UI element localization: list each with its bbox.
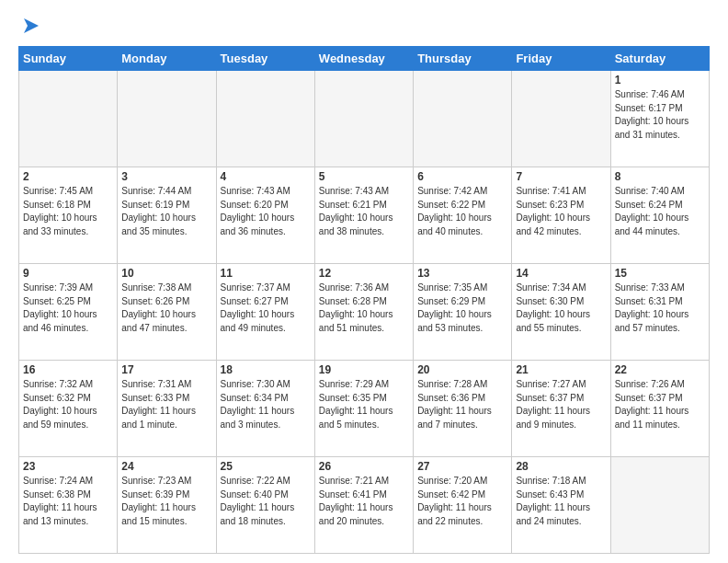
day-number: 10 — [121, 267, 211, 280]
day-number: 1 — [615, 74, 705, 86]
calendar-cell: 7Sunrise: 7:41 AM Sunset: 6:23 PM Daylig… — [512, 167, 610, 264]
day-info: Sunrise: 7:32 AM Sunset: 6:32 PM Dayligh… — [23, 378, 113, 431]
calendar-cell: 8Sunrise: 7:40 AM Sunset: 6:24 PM Daylig… — [610, 167, 709, 264]
day-info: Sunrise: 7:44 AM Sunset: 6:19 PM Dayligh… — [121, 185, 211, 238]
day-number: 18 — [221, 363, 311, 376]
day-info: Sunrise: 7:23 AM Sunset: 6:39 PM Dayligh… — [121, 475, 211, 528]
calendar-cell — [216, 71, 314, 167]
calendar-cell: 6Sunrise: 7:42 AM Sunset: 6:22 PM Daylig… — [414, 167, 512, 264]
day-info: Sunrise: 7:30 AM Sunset: 6:34 PM Dayligh… — [221, 378, 311, 431]
weekday-header-wednesday: Wednesday — [314, 47, 413, 71]
day-number: 2 — [23, 170, 113, 183]
weekday-header-thursday: Thursday — [414, 47, 512, 71]
day-number: 8 — [615, 170, 705, 183]
calendar-cell: 17Sunrise: 7:31 AM Sunset: 6:33 PM Dayli… — [118, 361, 216, 457]
day-number: 20 — [417, 363, 507, 376]
day-number: 5 — [319, 170, 409, 183]
svg-marker-0 — [24, 18, 39, 33]
day-number: 19 — [319, 363, 409, 376]
day-info: Sunrise: 7:22 AM Sunset: 6:40 PM Dayligh… — [221, 475, 311, 528]
logo — [18, 15, 42, 37]
day-number: 28 — [516, 460, 606, 473]
day-info: Sunrise: 7:27 AM Sunset: 6:37 PM Dayligh… — [516, 378, 606, 431]
calendar-cell: 25Sunrise: 7:22 AM Sunset: 6:40 PM Dayli… — [216, 457, 314, 554]
header — [18, 15, 710, 37]
day-number: 13 — [417, 267, 507, 280]
day-number: 9 — [23, 267, 113, 280]
day-number: 16 — [23, 363, 113, 376]
day-info: Sunrise: 7:28 AM Sunset: 6:36 PM Dayligh… — [417, 378, 507, 431]
day-number: 12 — [319, 267, 409, 280]
weekday-header-saturday: Saturday — [610, 47, 709, 71]
day-number: 27 — [417, 460, 507, 473]
day-number: 23 — [23, 460, 113, 473]
calendar-cell: 20Sunrise: 7:28 AM Sunset: 6:36 PM Dayli… — [414, 361, 512, 457]
day-number: 14 — [516, 267, 606, 280]
weekday-header-monday: Monday — [118, 47, 216, 71]
day-info: Sunrise: 7:29 AM Sunset: 6:35 PM Dayligh… — [319, 378, 409, 431]
calendar-cell: 21Sunrise: 7:27 AM Sunset: 6:37 PM Dayli… — [512, 361, 610, 457]
day-info: Sunrise: 7:18 AM Sunset: 6:43 PM Dayligh… — [516, 475, 606, 528]
day-number: 7 — [516, 170, 606, 183]
day-number: 17 — [121, 363, 211, 376]
day-number: 26 — [319, 460, 409, 473]
calendar-cell: 19Sunrise: 7:29 AM Sunset: 6:35 PM Dayli… — [314, 361, 413, 457]
calendar-cell — [512, 71, 610, 167]
calendar-cell: 24Sunrise: 7:23 AM Sunset: 6:39 PM Dayli… — [118, 457, 216, 554]
calendar-cell: 10Sunrise: 7:38 AM Sunset: 6:26 PM Dayli… — [118, 264, 216, 361]
week-row-2: 9Sunrise: 7:39 AM Sunset: 6:25 PM Daylig… — [19, 264, 710, 361]
day-info: Sunrise: 7:46 AM Sunset: 6:17 PM Dayligh… — [615, 88, 705, 142]
day-info: Sunrise: 7:20 AM Sunset: 6:42 PM Dayligh… — [417, 475, 507, 528]
day-info: Sunrise: 7:34 AM Sunset: 6:30 PM Dayligh… — [516, 282, 606, 335]
day-number: 4 — [221, 170, 311, 183]
calendar-cell: 4Sunrise: 7:43 AM Sunset: 6:20 PM Daylig… — [216, 167, 314, 264]
calendar-cell — [414, 71, 512, 167]
calendar-cell — [610, 457, 709, 554]
calendar-cell: 16Sunrise: 7:32 AM Sunset: 6:32 PM Dayli… — [19, 361, 118, 457]
week-row-1: 2Sunrise: 7:45 AM Sunset: 6:18 PM Daylig… — [19, 167, 710, 264]
day-number: 24 — [121, 460, 211, 473]
calendar: SundayMondayTuesdayWednesdayThursdayFrid… — [18, 46, 710, 554]
calendar-cell: 3Sunrise: 7:44 AM Sunset: 6:19 PM Daylig… — [118, 167, 216, 264]
calendar-cell — [118, 71, 216, 167]
calendar-cell: 13Sunrise: 7:35 AM Sunset: 6:29 PM Dayli… — [414, 264, 512, 361]
calendar-cell: 23Sunrise: 7:24 AM Sunset: 6:38 PM Dayli… — [19, 457, 118, 554]
calendar-cell: 12Sunrise: 7:36 AM Sunset: 6:28 PM Dayli… — [314, 264, 413, 361]
calendar-cell: 18Sunrise: 7:30 AM Sunset: 6:34 PM Dayli… — [216, 361, 314, 457]
weekday-header-friday: Friday — [512, 47, 610, 71]
calendar-cell: 14Sunrise: 7:34 AM Sunset: 6:30 PM Dayli… — [512, 264, 610, 361]
day-info: Sunrise: 7:24 AM Sunset: 6:38 PM Dayligh… — [23, 475, 113, 528]
calendar-cell: 2Sunrise: 7:45 AM Sunset: 6:18 PM Daylig… — [19, 167, 118, 264]
weekday-header-row: SundayMondayTuesdayWednesdayThursdayFrid… — [19, 47, 710, 71]
day-info: Sunrise: 7:33 AM Sunset: 6:31 PM Dayligh… — [615, 282, 705, 335]
day-number: 25 — [221, 460, 311, 473]
day-info: Sunrise: 7:35 AM Sunset: 6:29 PM Dayligh… — [417, 282, 507, 335]
day-info: Sunrise: 7:43 AM Sunset: 6:21 PM Dayligh… — [319, 185, 409, 238]
weekday-header-tuesday: Tuesday — [216, 47, 314, 71]
day-info: Sunrise: 7:40 AM Sunset: 6:24 PM Dayligh… — [615, 185, 705, 238]
day-info: Sunrise: 7:41 AM Sunset: 6:23 PM Dayligh… — [516, 185, 606, 238]
calendar-cell: 11Sunrise: 7:37 AM Sunset: 6:27 PM Dayli… — [216, 264, 314, 361]
week-row-0: 1Sunrise: 7:46 AM Sunset: 6:17 PM Daylig… — [19, 71, 710, 167]
calendar-cell: 28Sunrise: 7:18 AM Sunset: 6:43 PM Dayli… — [512, 457, 610, 554]
day-number: 22 — [615, 363, 705, 376]
day-info: Sunrise: 7:21 AM Sunset: 6:41 PM Dayligh… — [319, 475, 409, 528]
day-info: Sunrise: 7:45 AM Sunset: 6:18 PM Dayligh… — [23, 185, 113, 238]
page: SundayMondayTuesdayWednesdayThursdayFrid… — [0, 0, 728, 563]
day-number: 11 — [221, 267, 311, 280]
day-info: Sunrise: 7:39 AM Sunset: 6:25 PM Dayligh… — [23, 282, 113, 335]
logo-icon — [20, 15, 42, 37]
day-info: Sunrise: 7:37 AM Sunset: 6:27 PM Dayligh… — [221, 282, 311, 335]
day-info: Sunrise: 7:42 AM Sunset: 6:22 PM Dayligh… — [417, 185, 507, 238]
day-info: Sunrise: 7:43 AM Sunset: 6:20 PM Dayligh… — [221, 185, 311, 238]
week-row-4: 23Sunrise: 7:24 AM Sunset: 6:38 PM Dayli… — [19, 457, 710, 554]
calendar-cell: 1Sunrise: 7:46 AM Sunset: 6:17 PM Daylig… — [610, 71, 709, 167]
calendar-cell — [19, 71, 118, 167]
weekday-header-sunday: Sunday — [19, 47, 118, 71]
day-number: 6 — [417, 170, 507, 183]
week-row-3: 16Sunrise: 7:32 AM Sunset: 6:32 PM Dayli… — [19, 361, 710, 457]
calendar-cell: 15Sunrise: 7:33 AM Sunset: 6:31 PM Dayli… — [610, 264, 709, 361]
day-info: Sunrise: 7:26 AM Sunset: 6:37 PM Dayligh… — [615, 378, 705, 431]
day-number: 3 — [121, 170, 211, 183]
day-info: Sunrise: 7:31 AM Sunset: 6:33 PM Dayligh… — [121, 378, 211, 431]
